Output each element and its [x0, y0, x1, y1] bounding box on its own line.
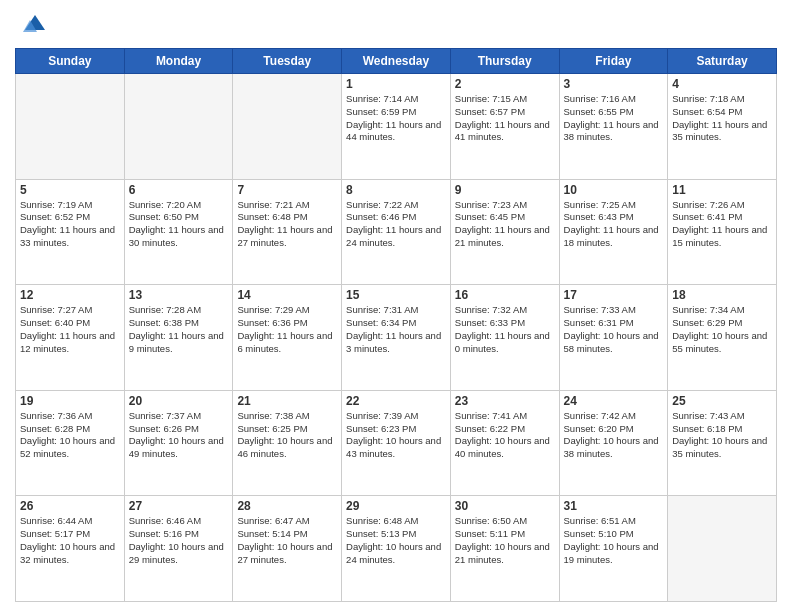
day-info: Sunrise: 7:42 AM Sunset: 6:20 PM Dayligh…: [564, 410, 664, 461]
calendar-cell: 6Sunrise: 7:20 AM Sunset: 6:50 PM Daylig…: [124, 179, 233, 285]
day-number: 4: [672, 77, 772, 91]
calendar-week-0: 1Sunrise: 7:14 AM Sunset: 6:59 PM Daylig…: [16, 74, 777, 180]
logo: [15, 10, 49, 40]
day-header-friday: Friday: [559, 49, 668, 74]
calendar-week-1: 5Sunrise: 7:19 AM Sunset: 6:52 PM Daylig…: [16, 179, 777, 285]
calendar-cell: 9Sunrise: 7:23 AM Sunset: 6:45 PM Daylig…: [450, 179, 559, 285]
calendar-cell: [124, 74, 233, 180]
calendar-cell: [668, 496, 777, 602]
day-number: 11: [672, 183, 772, 197]
day-header-wednesday: Wednesday: [342, 49, 451, 74]
day-number: 27: [129, 499, 229, 513]
day-number: 8: [346, 183, 446, 197]
calendar-cell: 18Sunrise: 7:34 AM Sunset: 6:29 PM Dayli…: [668, 285, 777, 391]
calendar-cell: 16Sunrise: 7:32 AM Sunset: 6:33 PM Dayli…: [450, 285, 559, 391]
calendar-cell: 31Sunrise: 6:51 AM Sunset: 5:10 PM Dayli…: [559, 496, 668, 602]
day-info: Sunrise: 7:16 AM Sunset: 6:55 PM Dayligh…: [564, 93, 664, 144]
day-number: 31: [564, 499, 664, 513]
day-info: Sunrise: 7:29 AM Sunset: 6:36 PM Dayligh…: [237, 304, 337, 355]
day-number: 2: [455, 77, 555, 91]
calendar-cell: 17Sunrise: 7:33 AM Sunset: 6:31 PM Dayli…: [559, 285, 668, 391]
day-number: 24: [564, 394, 664, 408]
calendar-cell: [16, 74, 125, 180]
calendar-cell: 8Sunrise: 7:22 AM Sunset: 6:46 PM Daylig…: [342, 179, 451, 285]
day-info: Sunrise: 6:44 AM Sunset: 5:17 PM Dayligh…: [20, 515, 120, 566]
day-info: Sunrise: 7:43 AM Sunset: 6:18 PM Dayligh…: [672, 410, 772, 461]
day-info: Sunrise: 7:34 AM Sunset: 6:29 PM Dayligh…: [672, 304, 772, 355]
header: [15, 10, 777, 40]
calendar-cell: 11Sunrise: 7:26 AM Sunset: 6:41 PM Dayli…: [668, 179, 777, 285]
calendar-cell: 24Sunrise: 7:42 AM Sunset: 6:20 PM Dayli…: [559, 390, 668, 496]
calendar-week-2: 12Sunrise: 7:27 AM Sunset: 6:40 PM Dayli…: [16, 285, 777, 391]
calendar-cell: 22Sunrise: 7:39 AM Sunset: 6:23 PM Dayli…: [342, 390, 451, 496]
calendar-cell: [233, 74, 342, 180]
day-header-saturday: Saturday: [668, 49, 777, 74]
day-info: Sunrise: 7:19 AM Sunset: 6:52 PM Dayligh…: [20, 199, 120, 250]
day-number: 13: [129, 288, 229, 302]
day-info: Sunrise: 7:25 AM Sunset: 6:43 PM Dayligh…: [564, 199, 664, 250]
day-info: Sunrise: 6:46 AM Sunset: 5:16 PM Dayligh…: [129, 515, 229, 566]
day-info: Sunrise: 7:26 AM Sunset: 6:41 PM Dayligh…: [672, 199, 772, 250]
day-number: 5: [20, 183, 120, 197]
calendar-cell: 14Sunrise: 7:29 AM Sunset: 6:36 PM Dayli…: [233, 285, 342, 391]
day-number: 12: [20, 288, 120, 302]
day-number: 18: [672, 288, 772, 302]
day-number: 19: [20, 394, 120, 408]
day-number: 22: [346, 394, 446, 408]
calendar-cell: 7Sunrise: 7:21 AM Sunset: 6:48 PM Daylig…: [233, 179, 342, 285]
day-number: 15: [346, 288, 446, 302]
calendar-week-3: 19Sunrise: 7:36 AM Sunset: 6:28 PM Dayli…: [16, 390, 777, 496]
day-info: Sunrise: 6:50 AM Sunset: 5:11 PM Dayligh…: [455, 515, 555, 566]
day-number: 9: [455, 183, 555, 197]
day-number: 14: [237, 288, 337, 302]
day-number: 16: [455, 288, 555, 302]
day-info: Sunrise: 7:23 AM Sunset: 6:45 PM Dayligh…: [455, 199, 555, 250]
calendar-cell: 27Sunrise: 6:46 AM Sunset: 5:16 PM Dayli…: [124, 496, 233, 602]
day-info: Sunrise: 7:27 AM Sunset: 6:40 PM Dayligh…: [20, 304, 120, 355]
day-number: 21: [237, 394, 337, 408]
day-info: Sunrise: 7:18 AM Sunset: 6:54 PM Dayligh…: [672, 93, 772, 144]
day-info: Sunrise: 7:32 AM Sunset: 6:33 PM Dayligh…: [455, 304, 555, 355]
day-header-thursday: Thursday: [450, 49, 559, 74]
day-number: 3: [564, 77, 664, 91]
calendar-cell: 5Sunrise: 7:19 AM Sunset: 6:52 PM Daylig…: [16, 179, 125, 285]
calendar-header-row: SundayMondayTuesdayWednesdayThursdayFrid…: [16, 49, 777, 74]
day-number: 26: [20, 499, 120, 513]
day-info: Sunrise: 7:41 AM Sunset: 6:22 PM Dayligh…: [455, 410, 555, 461]
calendar-cell: 23Sunrise: 7:41 AM Sunset: 6:22 PM Dayli…: [450, 390, 559, 496]
day-number: 28: [237, 499, 337, 513]
day-info: Sunrise: 6:47 AM Sunset: 5:14 PM Dayligh…: [237, 515, 337, 566]
calendar-week-4: 26Sunrise: 6:44 AM Sunset: 5:17 PM Dayli…: [16, 496, 777, 602]
day-info: Sunrise: 7:22 AM Sunset: 6:46 PM Dayligh…: [346, 199, 446, 250]
day-info: Sunrise: 7:28 AM Sunset: 6:38 PM Dayligh…: [129, 304, 229, 355]
day-info: Sunrise: 6:51 AM Sunset: 5:10 PM Dayligh…: [564, 515, 664, 566]
day-number: 23: [455, 394, 555, 408]
day-info: Sunrise: 7:15 AM Sunset: 6:57 PM Dayligh…: [455, 93, 555, 144]
calendar-cell: 25Sunrise: 7:43 AM Sunset: 6:18 PM Dayli…: [668, 390, 777, 496]
day-info: Sunrise: 7:37 AM Sunset: 6:26 PM Dayligh…: [129, 410, 229, 461]
day-number: 30: [455, 499, 555, 513]
calendar-cell: 4Sunrise: 7:18 AM Sunset: 6:54 PM Daylig…: [668, 74, 777, 180]
day-info: Sunrise: 6:48 AM Sunset: 5:13 PM Dayligh…: [346, 515, 446, 566]
day-info: Sunrise: 7:39 AM Sunset: 6:23 PM Dayligh…: [346, 410, 446, 461]
day-info: Sunrise: 7:21 AM Sunset: 6:48 PM Dayligh…: [237, 199, 337, 250]
calendar-cell: 2Sunrise: 7:15 AM Sunset: 6:57 PM Daylig…: [450, 74, 559, 180]
calendar-cell: 15Sunrise: 7:31 AM Sunset: 6:34 PM Dayli…: [342, 285, 451, 391]
day-header-tuesday: Tuesday: [233, 49, 342, 74]
day-header-monday: Monday: [124, 49, 233, 74]
day-number: 25: [672, 394, 772, 408]
calendar-cell: 26Sunrise: 6:44 AM Sunset: 5:17 PM Dayli…: [16, 496, 125, 602]
calendar-cell: 1Sunrise: 7:14 AM Sunset: 6:59 PM Daylig…: [342, 74, 451, 180]
day-number: 17: [564, 288, 664, 302]
day-info: Sunrise: 7:20 AM Sunset: 6:50 PM Dayligh…: [129, 199, 229, 250]
day-number: 7: [237, 183, 337, 197]
calendar-cell: 3Sunrise: 7:16 AM Sunset: 6:55 PM Daylig…: [559, 74, 668, 180]
day-info: Sunrise: 7:14 AM Sunset: 6:59 PM Dayligh…: [346, 93, 446, 144]
calendar-cell: 29Sunrise: 6:48 AM Sunset: 5:13 PM Dayli…: [342, 496, 451, 602]
day-number: 20: [129, 394, 229, 408]
calendar-cell: 21Sunrise: 7:38 AM Sunset: 6:25 PM Dayli…: [233, 390, 342, 496]
day-number: 6: [129, 183, 229, 197]
calendar-cell: 30Sunrise: 6:50 AM Sunset: 5:11 PM Dayli…: [450, 496, 559, 602]
day-header-sunday: Sunday: [16, 49, 125, 74]
day-info: Sunrise: 7:36 AM Sunset: 6:28 PM Dayligh…: [20, 410, 120, 461]
